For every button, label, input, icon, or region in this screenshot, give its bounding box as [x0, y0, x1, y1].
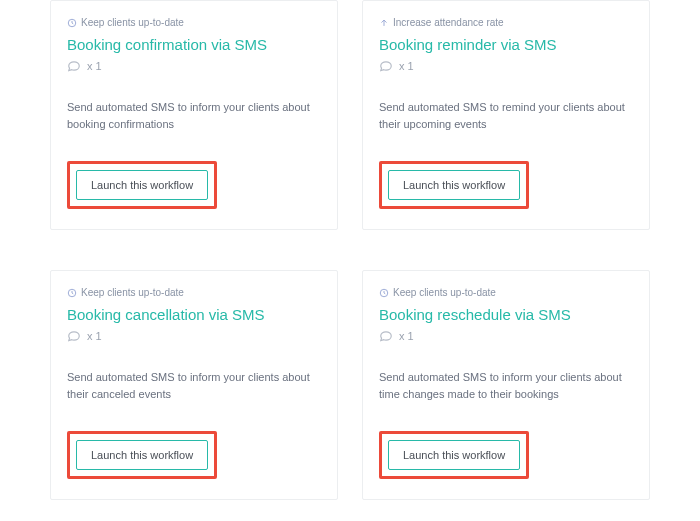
card-count: x 1	[399, 60, 414, 72]
card-count: x 1	[399, 330, 414, 342]
card-title: Booking confirmation via SMS	[67, 36, 321, 53]
workflow-card: Keep clients up-to-date Booking cancella…	[50, 270, 338, 500]
launch-workflow-button[interactable]: Launch this workflow	[388, 170, 520, 200]
card-description: Send automated SMS to inform your client…	[67, 99, 321, 132]
card-description: Send automated SMS to remind your client…	[379, 99, 633, 132]
workflow-card: Keep clients up-to-date Booking reschedu…	[362, 270, 650, 500]
card-title: Booking cancellation via SMS	[67, 306, 321, 323]
card-tag: Keep clients up-to-date	[67, 17, 321, 28]
launch-workflow-button[interactable]: Launch this workflow	[76, 440, 208, 470]
message-icon	[67, 59, 81, 73]
card-title: Booking reminder via SMS	[379, 36, 633, 53]
card-tag: Keep clients up-to-date	[67, 287, 321, 298]
card-count: x 1	[87, 60, 102, 72]
highlight-box: Launch this workflow	[379, 161, 529, 209]
card-meta: x 1	[67, 59, 321, 73]
card-description: Send automated SMS to inform your client…	[379, 369, 633, 402]
card-tag: Increase attendance rate	[379, 17, 633, 28]
card-tag-label: Keep clients up-to-date	[81, 17, 184, 28]
card-tag: Keep clients up-to-date	[379, 287, 633, 298]
launch-workflow-button[interactable]: Launch this workflow	[76, 170, 208, 200]
card-description: Send automated SMS to inform your client…	[67, 369, 321, 402]
message-icon	[67, 329, 81, 343]
clock-icon	[67, 288, 77, 298]
workflow-card-grid: Keep clients up-to-date Booking confirma…	[0, 0, 700, 520]
message-icon	[379, 329, 393, 343]
message-icon	[379, 59, 393, 73]
card-count: x 1	[87, 330, 102, 342]
workflow-card: Increase attendance rate Booking reminde…	[362, 0, 650, 230]
highlight-box: Launch this workflow	[67, 431, 217, 479]
arrow-up-icon	[379, 18, 389, 28]
card-meta: x 1	[67, 329, 321, 343]
workflow-card: Keep clients up-to-date Booking confirma…	[50, 0, 338, 230]
launch-workflow-button[interactable]: Launch this workflow	[388, 440, 520, 470]
card-meta: x 1	[379, 329, 633, 343]
clock-icon	[379, 288, 389, 298]
clock-icon	[67, 18, 77, 28]
card-tag-label: Keep clients up-to-date	[393, 287, 496, 298]
highlight-box: Launch this workflow	[67, 161, 217, 209]
card-title: Booking reschedule via SMS	[379, 306, 633, 323]
highlight-box: Launch this workflow	[379, 431, 529, 479]
card-tag-label: Keep clients up-to-date	[81, 287, 184, 298]
card-meta: x 1	[379, 59, 633, 73]
card-tag-label: Increase attendance rate	[393, 17, 504, 28]
